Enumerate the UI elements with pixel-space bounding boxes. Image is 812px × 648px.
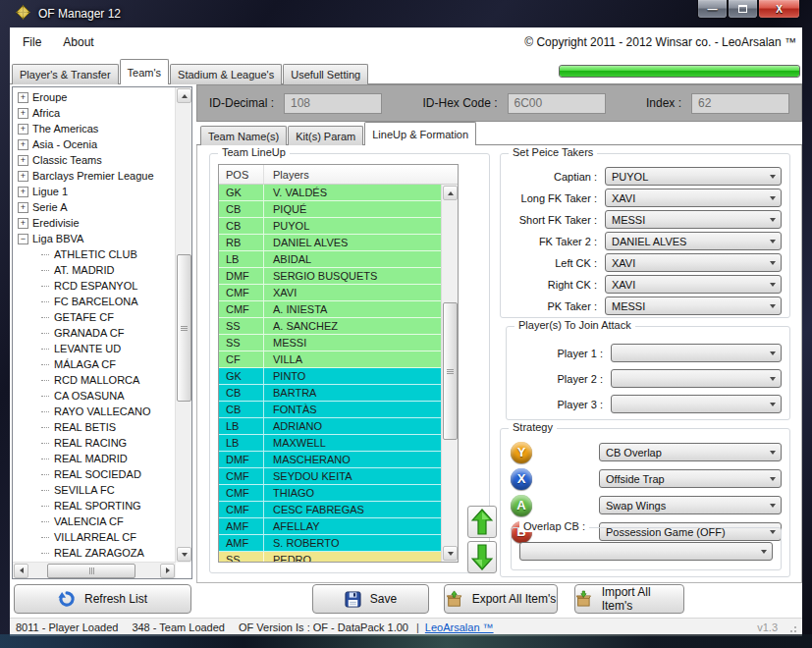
tree-item[interactable]: AT. MADRID [14,262,175,278]
tree-expander-icon[interactable]: + [18,155,28,166]
lineup-row[interactable]: GK PINTO [219,368,441,385]
tree-item[interactable]: VILLARREAL CF [14,529,175,545]
tree-item[interactable]: − Liga BBVA [14,231,175,246]
tree-expander-icon[interactable]: + [18,124,28,135]
tree-item[interactable]: LEVANTE UD [14,341,175,356]
lineup-row[interactable]: DMF SERGIO BUSQUETS [219,268,441,285]
tree-expander-icon[interactable]: + [18,92,28,103]
tree-expander-icon[interactable]: + [18,218,28,229]
lineup-row[interactable]: GK V. VALDÉS [219,185,441,201]
set-piece-dropdown[interactable]: XAVI [605,253,782,272]
join-attack-dropdown[interactable] [611,395,782,413]
tree-item[interactable]: VALENCIA CF [14,513,175,529]
main-tab[interactable]: Usefull Setting [283,64,368,84]
tree-item[interactable]: FC BARCELONA [14,294,175,309]
minimize-button[interactable]: — [697,0,728,19]
main-tab[interactable]: Stadium & League's [170,64,282,84]
inner-tab[interactable]: Team Name(s) [200,126,287,145]
tree-hscrollbar-thumb[interactable] [47,564,135,578]
tree-expander-icon[interactable]: + [18,139,28,150]
tree-expander-icon[interactable]: − [18,234,28,244]
scroll-up-arrow-icon[interactable] [177,88,191,103]
lineup-row[interactable]: SS A. SANCHEZ [219,318,441,335]
scroll-right-arrow-icon[interactable] [160,564,175,578]
overlap-cb-dropdown[interactable] [519,542,773,561]
join-attack-dropdown[interactable] [611,369,782,388]
tree-item[interactable]: SEVILLA FC [14,482,175,498]
set-piece-dropdown[interactable]: PUYOL [605,167,782,186]
tree-item[interactable]: + Africa [14,105,175,121]
tree-item[interactable]: MÁLAGA CF [14,356,175,372]
lineup-row[interactable]: LB MAXWELL [219,435,441,452]
tree-item[interactable]: + Eroupe [14,89,175,105]
tree-item[interactable]: + Ligue 1 [14,184,175,199]
tree-item[interactable]: GRANADA CF [14,325,175,341]
tree-horizontal-scrollbar[interactable] [13,562,176,578]
tree-item[interactable]: REAL MADRID [14,451,175,466]
tree-expander-icon[interactable]: + [18,187,28,197]
tree-item[interactable]: GETAFE CF [14,309,175,325]
lineup-row[interactable]: CMF SEYDOU KEITA [219,468,441,485]
lineup-row[interactable]: CF VILLA [219,351,441,368]
set-piece-dropdown[interactable]: XAVI [605,189,782,207]
tree-item[interactable]: CA OSASUNA [14,388,175,404]
tree-item[interactable]: + The Americas [14,121,175,136]
lineup-scrollbar-thumb[interactable] [443,302,458,440]
tree-expander-icon[interactable]: + [18,171,28,182]
set-piece-dropdown[interactable]: DANIEL ALVES [605,232,782,250]
tree-item[interactable]: REAL RACING [14,435,175,451]
export-all-button[interactable]: Export All Item's [444,584,558,614]
close-button[interactable]: X [758,0,800,19]
menu-file[interactable]: File [14,35,50,49]
lineup-row[interactable]: LB ADRIANO [219,418,441,435]
tree-item[interactable]: REAL ZARAGOZA [14,545,175,561]
lineup-col-players[interactable]: Players [264,169,309,181]
author-link[interactable]: LeoArsalan ™ [425,621,494,633]
main-tab[interactable]: Player's & Transfer [12,64,119,84]
lineup-row[interactable]: RB DANIEL ALVES [219,235,441,251]
lineup-col-pos[interactable]: POS [219,165,264,184]
tree-item[interactable]: + Classic Teams [14,152,175,168]
lineup-row[interactable]: CB PIQUÉ [219,201,441,218]
set-piece-dropdown[interactable]: MESSI [605,210,782,229]
tree-item[interactable]: REAL SOCIEDAD [14,466,175,482]
maximize-button[interactable] [728,0,758,19]
menu-about[interactable]: About [54,35,102,49]
strategy-dropdown[interactable]: Swap Wings [599,496,782,514]
tree-item[interactable]: + Serie A [14,199,175,215]
lineup-row[interactable]: CMF THIAGO [219,485,441,502]
tree-expander-icon[interactable]: + [18,108,28,119]
tree-item[interactable]: + Barclays Premier League [14,168,175,184]
tree-expander-icon[interactable]: + [18,202,28,213]
lineup-row[interactable]: DMF MASCHERANO [219,452,441,468]
tree-scrollbar-thumb[interactable] [177,254,191,402]
lineup-row[interactable]: CB PUYOL [219,218,441,235]
lineup-vertical-scrollbar[interactable] [441,185,458,562]
inner-tab[interactable]: LineUp & Formation [364,122,476,145]
refresh-list-button[interactable]: Refresh List [14,584,191,614]
tree-item[interactable]: + Asia - Ocenia [14,136,175,152]
lineup-row[interactable]: CMF A. INIESTA [219,301,441,318]
tree-item[interactable]: RCD MALLORCA [14,372,175,388]
lineup-scroll-down-icon[interactable] [443,546,458,561]
resize-grip[interactable] [787,623,796,632]
lineup-scroll-up-icon[interactable] [443,186,458,200]
lineup-row[interactable]: SS MESSI [219,335,441,351]
tree-item[interactable]: REAL SPORTING [14,498,175,513]
save-button[interactable]: Save [312,584,429,614]
lineup-row[interactable]: LB ABIDAL [219,251,441,268]
lineup-row[interactable]: CMF XAVI [219,285,441,301]
scroll-left-arrow-icon[interactable] [14,564,28,578]
tree-item[interactable]: RCD ESPANYOL [14,278,175,294]
strategy-dropdown[interactable]: Offside Trap [599,469,782,488]
lineup-row[interactable]: AMF AFELLAY [219,518,441,535]
main-tab[interactable]: Team's [120,59,170,84]
lineup-row[interactable]: CB BARTRA [219,385,441,402]
strategy-dropdown[interactable]: CB Overlap [599,443,782,461]
lineup-row[interactable]: AMF S. ROBERTO [219,535,441,552]
move-player-down-button[interactable] [467,541,497,573]
tree-item[interactable]: REAL BETIS [14,419,175,435]
lineup-row[interactable]: SS PEDRO [219,552,441,562]
lineup-row[interactable]: CB FONTÀS [219,402,441,418]
import-all-button[interactable]: Import All Item's [574,584,684,614]
